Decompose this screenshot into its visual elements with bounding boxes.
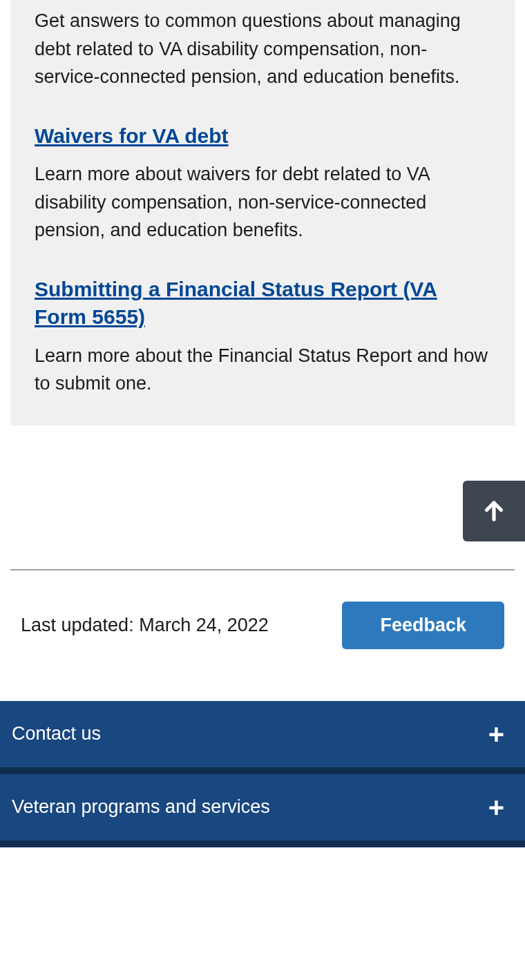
footer-item-programs[interactable]: Veteran programs and services + (0, 774, 525, 847)
plus-icon: + (488, 794, 504, 821)
arrow-up-icon (481, 499, 506, 523)
last-updated-label: Last updated: (21, 615, 139, 635)
content-box: Get answers to common questions about ma… (10, 0, 515, 425)
link-waivers[interactable]: Waivers for VA debt (35, 124, 229, 147)
link-desc-waivers: Learn more about waivers for debt relate… (35, 160, 490, 244)
intro-text: Get answers to common questions about ma… (35, 0, 490, 91)
last-updated: Last updated: March 24, 2022 (21, 615, 269, 636)
meta-row: Last updated: March 24, 2022 Feedback (0, 570, 525, 701)
footer-item-label: Contact us (12, 723, 101, 744)
link-heading-waivers: Waivers for VA debt (35, 122, 490, 151)
feedback-button[interactable]: Feedback (342, 602, 504, 649)
footer-item-label: Veteran programs and services (12, 796, 270, 818)
link-fsr[interactable]: Submitting a Financial Status Report (VA… (35, 278, 437, 329)
footer: Contact us + Veteran programs and servic… (0, 701, 525, 847)
last-updated-date: March 24, 2022 (139, 615, 269, 635)
plus-icon: + (488, 720, 504, 748)
link-heading-fsr: Submitting a Financial Status Report (VA… (35, 276, 490, 332)
back-to-top-container (0, 425, 525, 541)
back-to-top-button[interactable] (463, 481, 525, 541)
footer-item-contact[interactable]: Contact us + (0, 701, 525, 774)
link-desc-fsr: Learn more about the Financial Status Re… (35, 342, 490, 398)
